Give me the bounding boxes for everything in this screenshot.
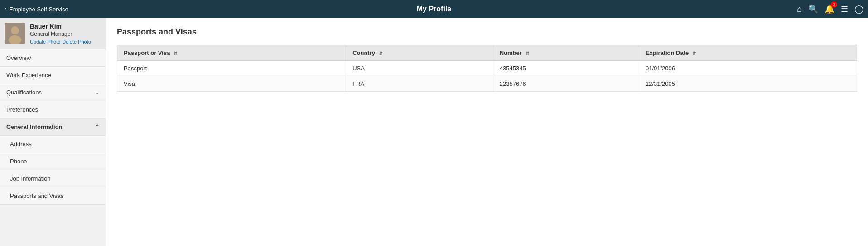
back-button[interactable]: ‹ Employee Self Service	[5, 6, 68, 13]
nav-actions: ⌂ 🔍 🔔 3 ☰ ◯	[797, 4, 863, 14]
sidebar-item-job-information[interactable]: Job Information	[0, 170, 106, 187]
sidebar-item-label: Preferences	[6, 106, 38, 113]
col-label: Number	[500, 49, 522, 56]
sort-icon: ⇵	[526, 51, 529, 56]
col-label: Passport or Visa	[124, 49, 170, 56]
delete-photo-link[interactable]: Delete Photo	[62, 39, 91, 44]
sort-icon: ⇵	[174, 51, 177, 56]
sidebar-item-label: Phone	[10, 158, 27, 165]
menu-button[interactable]: ☰	[841, 4, 848, 14]
user-account-button[interactable]: ◯	[854, 4, 863, 14]
update-photo-link[interactable]: Update Photo	[30, 39, 60, 44]
col-number[interactable]: Number ⇵	[493, 45, 639, 61]
svg-point-1	[11, 26, 19, 34]
profile-section: Bauer Kim General Manager Update Photo D…	[0, 18, 106, 49]
search-button[interactable]: 🔍	[808, 4, 818, 14]
col-label: Country	[352, 49, 375, 56]
profile-info: Bauer Kim General Manager Update Photo D…	[30, 23, 91, 44]
col-expiration-date[interactable]: Expiration Date ⇵	[639, 45, 857, 61]
sidebar-item-phone[interactable]: Phone	[0, 153, 106, 170]
col-passport-or-visa[interactable]: Passport or Visa ⇵	[117, 45, 346, 61]
sort-icon: ⇵	[379, 51, 382, 56]
page-title-nav: My Profile	[417, 5, 451, 13]
sidebar-item-label: General Information	[6, 123, 63, 130]
home-button[interactable]: ⌂	[797, 5, 802, 14]
sidebar-item-overview[interactable]: Overview	[0, 49, 106, 67]
table-cell-expiration-date: 12/31/2005	[639, 76, 857, 92]
table-cell-expiration-date: 01/01/2006	[639, 61, 857, 76]
table-cell-number: 43545345	[493, 61, 639, 76]
table-row: PassportUSA4354534501/01/2006	[117, 61, 857, 76]
sidebar: Bauer Kim General Manager Update Photo D…	[0, 18, 106, 246]
sidebar-item-label: Address	[10, 141, 32, 148]
col-country[interactable]: Country ⇵	[346, 45, 493, 61]
top-nav: ‹ Employee Self Service My Profile ⌂ 🔍 🔔…	[0, 0, 868, 18]
sidebar-item-label: Overview	[6, 54, 31, 61]
sidebar-item-passports-and-visas[interactable]: Passports and Visas	[0, 187, 106, 205]
sidebar-item-preferences[interactable]: Preferences	[0, 101, 106, 118]
sidebar-item-general-information[interactable]: General Information ⌃	[0, 118, 106, 136]
profile-name: Bauer Kim	[30, 23, 91, 30]
notification-badge: 3	[831, 1, 837, 8]
back-label: Employee Self Service	[9, 6, 68, 13]
table-cell-number: 22357676	[493, 76, 639, 92]
sidebar-item-work-experience[interactable]: Work Experience	[0, 67, 106, 84]
table-cell-passport-or-visa: Visa	[117, 76, 346, 92]
sidebar-item-label: Work Experience	[6, 72, 51, 79]
chevron-up-icon: ⌃	[95, 124, 99, 130]
sidebar-item-label: Qualifications	[6, 89, 42, 96]
chevron-down-icon: ⌄	[95, 89, 99, 95]
sidebar-item-label: Job Information	[10, 175, 51, 182]
content-area: Passports and Visas Passport or Visa ⇵ C…	[106, 18, 868, 246]
passports-visas-table: Passport or Visa ⇵ Country ⇵ Number ⇵ Ex…	[117, 45, 857, 92]
table-cell-country: FRA	[346, 76, 493, 92]
sidebar-item-label: Passports and Visas	[10, 192, 63, 199]
content-page-title: Passports and Visas	[117, 27, 857, 37]
table-row: VisaFRA2235767612/31/2005	[117, 76, 857, 92]
sidebar-item-address[interactable]: Address	[0, 136, 106, 153]
profile-job-title: General Manager	[30, 31, 91, 37]
table-header: Passport or Visa ⇵ Country ⇵ Number ⇵ Ex…	[117, 45, 857, 61]
profile-links: Update Photo Delete Photo	[30, 39, 91, 44]
back-arrow-icon: ‹	[5, 6, 6, 12]
avatar	[5, 23, 25, 44]
table-body: PassportUSA4354534501/01/2006VisaFRA2235…	[117, 61, 857, 92]
sort-icon: ⇵	[692, 51, 696, 56]
sidebar-item-qualifications[interactable]: Qualifications ⌄	[0, 84, 106, 101]
notifications-button[interactable]: 🔔 3	[825, 4, 834, 14]
table-cell-country: USA	[346, 61, 493, 76]
main-layout: Bauer Kim General Manager Update Photo D…	[0, 18, 868, 246]
col-label: Expiration Date	[646, 49, 689, 56]
table-cell-passport-or-visa: Passport	[117, 61, 346, 76]
